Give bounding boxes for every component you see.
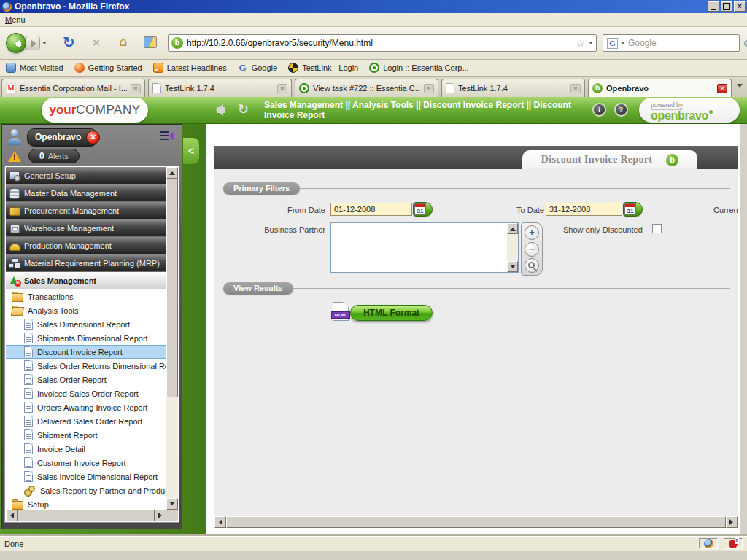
sidebar-item-transactions[interactable]: Transactions	[6, 289, 166, 303]
sidebar-item-master-data-management[interactable]: Master Data Management	[6, 184, 166, 202]
reload-button[interactable]: ↻	[63, 33, 75, 52]
sidebar-item-shipment-report[interactable]: Shipment Report	[6, 428, 166, 442]
sidebar-item-sales-management[interactable]: Sales Management	[6, 272, 166, 289]
listbox-scrollbar[interactable]	[507, 223, 518, 272]
sidebar-item-delivered-sales-order-report[interactable]: Delivered Sales Order Report	[6, 414, 166, 428]
bookmark-google[interactable]: GGoogle	[238, 63, 277, 73]
firefox-status-box[interactable]	[699, 538, 718, 549]
info-icon[interactable]: i	[592, 103, 606, 117]
tab-view-task[interactable]: View task #722 :: Essentia C... ×	[295, 79, 438, 97]
all-tabs-dropdown[interactable]	[737, 84, 743, 90]
bookmark-getting-started[interactable]: Getting Started	[74, 63, 142, 73]
tab-openbravo[interactable]: b Openbravo ×	[588, 79, 732, 97]
add-button[interactable]: +	[525, 225, 539, 240]
tab-close-icon[interactable]: ×	[131, 84, 141, 93]
bookmark-star-icon[interactable]: ☆	[576, 36, 585, 50]
sidebar-item-general-setup[interactable]: General Setup	[6, 167, 166, 184]
scrollbar-thumb[interactable]	[166, 179, 178, 397]
sidebar-item-shipments-dimensional-report[interactable]: Shipments Dimensional Report	[6, 331, 166, 345]
home-button[interactable]: ⌂	[119, 32, 127, 51]
to-date-calendar-button[interactable]: 31	[623, 202, 643, 217]
sidebar-item-mrp[interactable]: Material Requirement Planning (MRP)	[6, 254, 166, 272]
html-format-button[interactable]: HTML Format	[350, 305, 433, 321]
sidebar-collapse-handle[interactable]: <	[182, 137, 200, 165]
alerts-badge[interactable]: 0 Alerts	[28, 149, 80, 163]
scroll-right-icon[interactable]	[155, 510, 166, 521]
scroll-up-icon[interactable]	[507, 223, 518, 234]
stop-button[interactable]: ×	[93, 34, 100, 52]
app-refresh-icon[interactable]: ↻	[238, 101, 249, 118]
back-button[interactable]	[6, 33, 26, 53]
history-dropdown-caret[interactable]	[42, 42, 47, 47]
location-bar[interactable]: b ☆	[168, 34, 597, 52]
show-only-discounted-checkbox[interactable]	[652, 224, 662, 233]
search-bar[interactable]: G	[603, 34, 740, 52]
sidebar-item-analysis-tools[interactable]: Analysis Tools	[6, 303, 166, 317]
sidebar-item-warehouse-management[interactable]: Warehouse Management	[6, 219, 166, 237]
remove-button[interactable]: −	[525, 242, 539, 257]
sidebar-item-orders-awaiting-invoice-report[interactable]: Orders Awaiting Invoice Report	[6, 400, 166, 414]
report-icon	[24, 471, 33, 482]
sidebar-item-customer-invoice-report[interactable]: Customer Invoice Report	[6, 456, 166, 470]
sidebar-item-invoiced-sales-order-report[interactable]: Invoiced Sales Order Report	[6, 386, 166, 400]
sidebar-item-invoice-detail[interactable]: Invoice Detail	[6, 442, 166, 456]
menu-expand-icon[interactable]	[160, 129, 176, 143]
bookmark-most-visited[interactable]: Most Visited	[6, 63, 63, 73]
app-back-icon[interactable]	[210, 104, 228, 116]
sidebar-item-sales-invoice-dimensional-report[interactable]: Sales Invoice Dimensional Report	[6, 470, 166, 483]
scroll-up-icon[interactable]	[166, 167, 178, 179]
tab-testlink-2[interactable]: TestLink 1.7.4 ×	[441, 79, 585, 97]
bookmarks-sidebar-icon[interactable]	[144, 36, 157, 48]
from-date-input[interactable]	[330, 203, 412, 216]
url-dropdown-caret[interactable]	[589, 42, 593, 47]
scroll-down-icon[interactable]	[507, 261, 518, 272]
restore-button[interactable]	[721, 1, 732, 12]
url-input[interactable]	[187, 38, 572, 48]
sidebar-item-procurement-management[interactable]: Procurement Management	[6, 202, 166, 219]
close-button[interactable]: ×	[734, 1, 746, 12]
sidebar-item-discount-invoice-report[interactable]: Discount Invoice Report	[6, 345, 166, 359]
scrollbar-thumb[interactable]	[226, 516, 726, 528]
tab-testlink-1[interactable]: TestLink 1.7.4 ×	[148, 79, 292, 97]
tab-close-icon[interactable]: ×	[570, 84, 581, 93]
minimize-button[interactable]	[708, 1, 719, 12]
search-engine-caret[interactable]	[621, 42, 625, 47]
search-go-icon[interactable]	[744, 40, 747, 47]
help-icon[interactable]: ?	[614, 103, 628, 117]
sidebar-horizontal-scrollbar[interactable]	[6, 510, 166, 521]
scrollbar-thumb[interactable]	[18, 510, 155, 521]
tab-close-icon[interactable]: ×	[277, 84, 287, 93]
extension-status-box[interactable]	[724, 538, 743, 549]
scroll-left-icon[interactable]	[214, 516, 226, 528]
tab-essentia-mail[interactable]: M Essentia Corporation Mail - I... ×	[1, 79, 145, 97]
sidebar-item-setup[interactable]: Setup	[6, 497, 166, 510]
bookmark-latest-headlines[interactable]: Latest Headlines	[153, 63, 227, 73]
sidebar-item-sales-report-by-partner-and-product[interactable]: Sales Report by Partner and Product	[6, 483, 166, 497]
from-date-calendar-button[interactable]: 31	[413, 202, 433, 217]
openbravo-logo-icon: b	[666, 154, 678, 166]
bookmark-testlink-login[interactable]: TestLink - Login	[288, 63, 358, 73]
tab-close-icon[interactable]: ×	[717, 84, 727, 93]
to-date-input[interactable]	[546, 203, 622, 216]
search-engine-icon[interactable]: G	[607, 38, 618, 49]
forward-button[interactable]	[26, 36, 40, 50]
report-horizontal-scrollbar[interactable]	[214, 516, 738, 528]
menu-item-menu[interactable]: Menu	[5, 15, 26, 24]
search-partner-button[interactable]	[525, 258, 539, 273]
scroll-down-icon[interactable]	[166, 498, 178, 510]
search-input[interactable]	[628, 38, 741, 48]
view-results-header: View Results	[223, 282, 293, 295]
scroll-left-icon[interactable]	[6, 510, 18, 521]
sidebar-item-sales-dimensional-report[interactable]: Sales Dimensional Report	[6, 317, 166, 331]
back-arrow-icon-bar	[16, 42, 21, 46]
scroll-right-icon[interactable]	[726, 516, 738, 528]
sidebar-item-sales-order-returns-dimensional-report[interactable]: Sales Order Returns Dimensional Report	[6, 359, 166, 373]
logout-icon[interactable]: ×	[86, 131, 100, 144]
bookmark-login-essentia[interactable]: Login :: Essentia Corp...	[369, 63, 468, 73]
sidebar-vertical-scrollbar[interactable]	[166, 167, 178, 510]
tab-close-icon[interactable]: ×	[424, 84, 434, 93]
sidebar-item-production-management[interactable]: Production Management	[6, 237, 166, 254]
business-partner-listbox[interactable]	[330, 222, 519, 273]
report-tab[interactable]: Discount Invoice Report b	[522, 150, 697, 169]
sidebar-item-sales-order-report[interactable]: Sales Order Report	[6, 373, 166, 386]
